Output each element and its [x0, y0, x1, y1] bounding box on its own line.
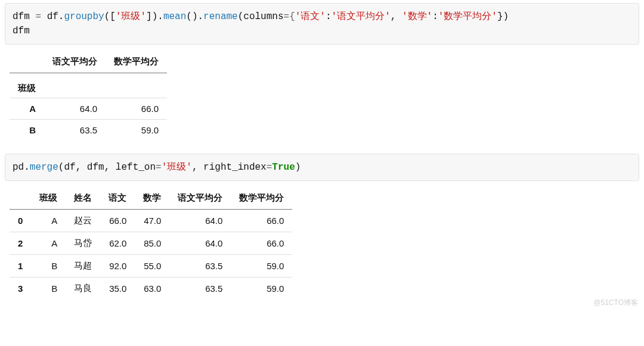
row-index: 1	[10, 255, 31, 278]
code-token: df	[64, 162, 75, 173]
code-token: dfm	[87, 162, 104, 173]
code-token: '语文平均分'	[332, 11, 391, 22]
code-token: =	[30, 11, 47, 22]
cell: A	[31, 232, 66, 255]
code-token: dfm	[13, 11, 30, 22]
cell: 66.0	[100, 210, 135, 232]
dataframe-merge: 班级 姓名 语文 数学 语文平均分 数学平均分 0 A 赵云 66.0 47.0…	[10, 187, 292, 300]
col-header: 数学平均分	[231, 187, 292, 210]
code-token: pd	[13, 162, 24, 173]
cell: 66.0	[231, 210, 292, 232]
row-index: A	[10, 98, 44, 120]
code-token: .	[24, 162, 30, 173]
table-row: B 63.5 59.0	[10, 120, 167, 141]
blank-header	[10, 187, 31, 210]
code-token: .	[58, 11, 64, 22]
code-token: '班级'	[162, 162, 192, 173]
code-token: )	[295, 162, 301, 173]
col-header: 数学	[135, 187, 169, 210]
col-header: 班级	[31, 187, 66, 210]
blank-header	[10, 51, 44, 73]
code-token: df	[47, 11, 58, 22]
code-token: :	[326, 11, 332, 22]
table-row: 2 A 马岱 62.0 85.0 64.0 66.0	[10, 232, 292, 255]
output-table-1: 语文平均分 数学平均分 班级 A 64.0 66.0 B 63.5 59.0	[10, 51, 634, 141]
code-token: '数学平均分'	[438, 11, 497, 22]
code-token: ={	[284, 11, 295, 22]
code-token: right_index	[203, 162, 267, 173]
code-token: merge	[30, 162, 58, 173]
table-header-row: 班级 姓名 语文 数学 语文平均分 数学平均分	[10, 187, 292, 210]
output-table-2: 班级 姓名 语文 数学 语文平均分 数学平均分 0 A 赵云 66.0 47.0…	[10, 187, 634, 300]
cell: 59.0	[231, 255, 292, 278]
col-header: 语文	[100, 187, 135, 210]
code-token: True	[272, 162, 295, 173]
cell: A	[31, 210, 66, 232]
cell: 63.5	[169, 255, 231, 278]
cell: 赵云	[66, 210, 100, 232]
watermark: @51CTO博客	[593, 298, 638, 308]
table-row: 1 B 马超 92.0 55.0 63.5 59.0	[10, 255, 292, 278]
code-token: dfm	[13, 26, 30, 36]
code-token: ,	[391, 11, 402, 22]
code-token: :	[432, 11, 438, 22]
row-index: B	[10, 120, 44, 141]
cell: 63.5	[169, 278, 231, 300]
dataframe-dfm: 语文平均分 数学平均分 班级 A 64.0 66.0 B 63.5 59.0	[10, 51, 167, 141]
col-header: 数学平均分	[106, 51, 167, 73]
table-header-row: 语文平均分 数学平均分	[10, 51, 167, 73]
col-header: 姓名	[66, 187, 100, 210]
index-name: 班级	[10, 73, 44, 98]
code-token: =	[156, 162, 162, 173]
cell: 马岱	[66, 232, 100, 255]
code-token: ]).	[146, 11, 163, 22]
cell: 85.0	[135, 232, 169, 255]
cell: 马良	[66, 278, 100, 300]
code-token: (	[58, 162, 64, 173]
cell: 66.0	[106, 98, 167, 120]
cell: 59.0	[231, 278, 292, 300]
code-token: left_on	[116, 162, 156, 173]
code-token: =	[267, 162, 273, 173]
cell: 47.0	[135, 210, 169, 232]
code-token: '班级'	[116, 11, 146, 22]
cell: B	[31, 278, 66, 300]
cell: 64.0	[44, 98, 106, 120]
table-row: A 64.0 66.0	[10, 98, 167, 120]
cell: 马超	[66, 255, 100, 278]
cell: 59.0	[106, 120, 167, 141]
row-index: 3	[10, 278, 31, 300]
col-header: 语文平均分	[169, 187, 231, 210]
cell: 92.0	[100, 255, 135, 278]
cell: 62.0	[100, 232, 135, 255]
code-cell-1: dfm = df.groupby(['班级']).mean().rename(c…	[5, 3, 639, 45]
code-token: })	[497, 11, 509, 22]
code-token: ,	[104, 162, 116, 173]
cell: 66.0	[231, 232, 292, 255]
code-token: '数学'	[402, 11, 432, 22]
code-token: (	[238, 11, 244, 22]
code-token: groupby	[64, 11, 104, 22]
cell: 55.0	[135, 255, 169, 278]
code-cell-2: pd.merge(df, dfm, left_on='班级', right_in…	[5, 154, 639, 181]
code-token: ([	[104, 11, 116, 22]
cell: 63.5	[44, 120, 106, 141]
code-token: ,	[192, 162, 203, 173]
table-row: 0 A 赵云 66.0 47.0 64.0 66.0	[10, 210, 292, 232]
code-token: columns	[243, 11, 283, 22]
cell: 64.0	[169, 210, 231, 232]
index-name-row: 班级	[10, 73, 167, 98]
code-token: ().	[186, 11, 203, 22]
code-token: ,	[76, 162, 87, 173]
table-row: 3 B 马良 35.0 63.0 63.5 59.0	[10, 278, 292, 300]
row-index: 2	[10, 232, 31, 255]
col-header: 语文平均分	[44, 51, 106, 73]
cell: 64.0	[169, 232, 231, 255]
code-token: '语文'	[295, 11, 326, 22]
row-index: 0	[10, 210, 31, 232]
code-token: rename	[203, 11, 238, 22]
cell: B	[31, 255, 66, 278]
cell: 35.0	[100, 278, 135, 300]
code-token: mean	[163, 11, 186, 22]
cell: 63.0	[135, 278, 169, 300]
